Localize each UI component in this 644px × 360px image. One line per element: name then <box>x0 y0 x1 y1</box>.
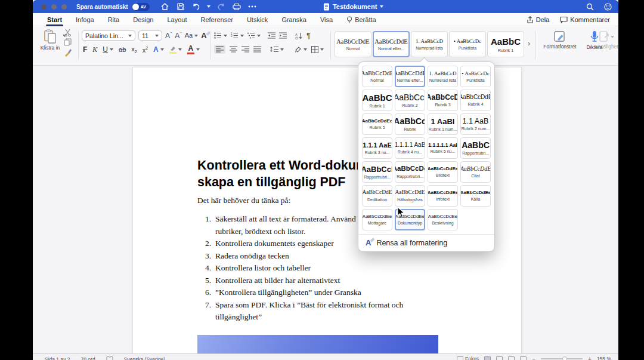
tab-infoga[interactable]: Infoga <box>76 16 94 23</box>
style-card-citat[interactable]: AaBbCcDdECitat <box>460 161 491 183</box>
focus-toggle[interactable]: Fokus <box>457 356 479 360</box>
tab-beratta[interactable]: Berätta <box>346 16 376 23</box>
change-case-button[interactable]: Aa <box>185 32 198 39</box>
pilcrow-button[interactable]: ¶ <box>306 31 311 40</box>
style-card-normal[interactable]: AaBbCcDdENormal <box>335 31 371 57</box>
style-card-halsningsfras[interactable]: AaBbCcDdEHälsningsfras <box>395 185 425 207</box>
strikethrough-button[interactable]: ab <box>119 46 126 53</box>
style-card-bildtext[interactable]: AaBbCcDdEeBildtext <box>428 161 458 183</box>
tab-design[interactable]: Design <box>133 16 153 23</box>
tab-layout[interactable]: Layout <box>167 16 187 23</box>
style-card-infotext[interactable]: AaBbCcDdEeInfotext <box>428 185 458 207</box>
view-web-layout-button[interactable] <box>496 356 503 360</box>
zoom-slider[interactable] <box>541 358 583 359</box>
style-card-normal-efter[interactable]: AaBbCcDdENormal efter... <box>395 66 425 87</box>
bold-button[interactable]: F <box>83 45 87 54</box>
text-effects-button[interactable]: A <box>153 46 164 53</box>
undo-chevron[interactable] <box>207 5 210 8</box>
italic-button[interactable]: K <box>92 45 97 54</box>
font-name-select[interactable]: Palatino Lin... <box>82 30 135 41</box>
style-card-beskrivning[interactable]: AaBbCcDdEeBeskrivning <box>428 209 458 230</box>
style-card-rubrik[interactable]: AaBbCcRubrik <box>395 113 425 135</box>
superscript-button[interactable]: x2 <box>143 46 148 54</box>
tab-utskick[interactable]: Utskick <box>247 16 268 23</box>
grow-font-button[interactable]: Aˆ <box>165 32 172 39</box>
zoom-in-button[interactable]: + <box>588 356 592 360</box>
style-card-rubrik-5-nu[interactable]: 1.1.1.1.1 AaIRubrik 5 nu... <box>428 137 458 159</box>
tab-granska[interactable]: Granska <box>281 16 306 23</box>
align-right-button[interactable] <box>242 46 249 53</box>
style-card-numrerad-lista[interactable]: 1. AaBbCcDNumrerad lista <box>411 31 448 57</box>
style-card-rubrik-1-num[interactable]: 1 AaBlRubrik 1 num... <box>428 113 458 135</box>
numbered-list-button[interactable]: 12 <box>231 32 244 39</box>
proofing-icon[interactable] <box>106 356 113 360</box>
print-icon[interactable] <box>232 2 242 11</box>
search-icon[interactable] <box>585 2 595 11</box>
style-card-kalla[interactable]: AaBbCcDdEeKälla <box>460 185 491 207</box>
share-button[interactable]: Dela <box>527 16 550 23</box>
page-indicator[interactable]: Sida 1 av 2 <box>45 356 70 360</box>
language-indicator[interactable]: Svenska (Sverige) <box>124 356 165 360</box>
shrink-font-button[interactable]: Aˇ <box>175 32 181 39</box>
format-painter-icon[interactable] <box>64 48 72 58</box>
tab-start[interactable]: Start <box>47 16 62 23</box>
view-outline-button[interactable] <box>508 356 515 360</box>
style-card-rubrik-3-nu[interactable]: 1.1.1 AaERubrik 3 nu... <box>362 137 392 159</box>
style-card-rubrik-3[interactable]: AaBbCcDRubrik 3 <box>428 90 458 111</box>
bullet-list-button[interactable] <box>214 32 227 39</box>
underline-button[interactable]: U <box>103 46 113 53</box>
style-card-dedikation[interactable]: AaBbCcDdEDedikation <box>362 185 392 207</box>
style-card-numrerad-lista[interactable]: 1. AaBbCcDNumrerad lista <box>428 66 458 87</box>
style-card-mottagare[interactable]: AaBbCcDdEeMottagare <box>362 209 392 230</box>
style-card-rapportrubri[interactable]: AaBbCcDcRapportrubri... <box>395 161 425 183</box>
style-card-rubrik-2-num[interactable]: 1.1 AaBRubrik 2 num... <box>460 113 491 135</box>
style-card-rapportrubri[interactable]: AaBbCRapportrubri... <box>460 137 491 159</box>
traffic-light-close[interactable] <box>41 4 47 10</box>
increase-indent-button[interactable] <box>279 32 287 39</box>
style-card-punktlista[interactable]: • AaBbCcDcPunktlista <box>460 66 491 87</box>
justify-button[interactable] <box>253 46 261 53</box>
zoom-out-button[interactable]: − <box>532 356 535 360</box>
tab-referenser[interactable]: Referenser <box>201 16 233 23</box>
format-pane-button[interactable]: Formatfönstret <box>538 30 581 50</box>
style-card-normal[interactable]: AaBbCcDdENormal <box>362 66 392 87</box>
doc-image-banner[interactable] <box>197 335 438 353</box>
style-card-rapportrubri[interactable]: AaBbCcIRapportrubri... <box>362 161 392 183</box>
style-card-rubrik-4-nu[interactable]: 1.1.1.1 AaBRubrik 4 nu... <box>395 137 425 159</box>
highlight-button[interactable] <box>169 46 182 54</box>
multilevel-list-button[interactable] <box>247 32 261 39</box>
font-size-select[interactable]: 11 <box>138 30 162 41</box>
gallery-more-chevron[interactable]: › <box>528 39 530 48</box>
sort-button[interactable]: AÖ <box>295 32 303 39</box>
line-spacing-button[interactable] <box>270 46 284 53</box>
style-card-rubrik-1[interactable]: AaBbCRubrik 1 <box>362 90 392 111</box>
copy-icon[interactable] <box>64 38 72 47</box>
style-card-normal-efter[interactable]: AaBbCcDdENormal efter... <box>373 31 410 57</box>
feedback-smiley-icon[interactable] <box>603 2 612 11</box>
clear-formatting-button[interactable]: A <box>201 32 206 39</box>
borders-button[interactable] <box>311 46 324 53</box>
comments-button[interactable]: Kommentarer <box>560 16 610 23</box>
view-print-layout-button[interactable] <box>484 356 491 360</box>
home-icon[interactable] <box>160 2 170 11</box>
zoom-slider-knob[interactable] <box>562 356 567 360</box>
decrease-indent-button[interactable] <box>268 32 275 39</box>
style-card-rubrik-4[interactable]: AaBbCcDdERubrik 4 <box>460 90 491 111</box>
undo-icon[interactable] <box>191 2 201 11</box>
paste-button[interactable]: Klistra in <box>40 29 60 51</box>
tab-rita[interactable]: Rita <box>108 16 120 23</box>
subscript-button[interactable]: x2 <box>131 45 137 54</box>
save-icon[interactable] <box>176 2 185 11</box>
tab-visa[interactable]: Visa <box>320 16 333 23</box>
word-count[interactable]: 70 ord <box>81 356 95 360</box>
clear-all-formatting-button[interactable]: A Rensa all formatering <box>358 234 494 251</box>
style-card-rubrik-2[interactable]: AaBbCcIRubrik 2 <box>395 90 425 111</box>
cut-icon[interactable] <box>64 29 72 38</box>
shading-button[interactable] <box>294 46 307 53</box>
document-title[interactable]: Testdokument <box>323 3 383 11</box>
font-color-button[interactable]: A <box>187 45 200 54</box>
zoom-level[interactable]: 155 % <box>597 356 611 360</box>
view-draft-button[interactable] <box>520 356 527 360</box>
traffic-light-minimize[interactable] <box>51 4 57 10</box>
more-icon[interactable] <box>247 2 257 11</box>
